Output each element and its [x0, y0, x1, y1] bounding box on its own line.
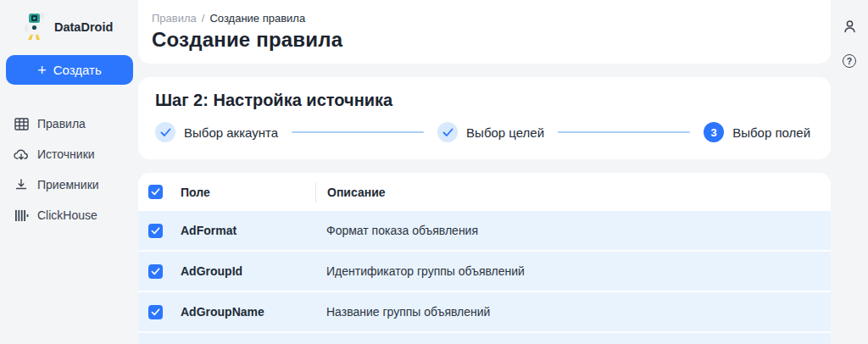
breadcrumb-current: Создание правила — [209, 12, 305, 25]
row-checkbox[interactable] — [148, 305, 163, 319]
app-name: DataDroid — [54, 20, 113, 34]
sidebar-item-label: ClickHouse — [37, 208, 97, 222]
step-connector — [558, 131, 690, 133]
select-all-checkbox[interactable] — [148, 185, 163, 199]
step-completed-check-icon — [155, 122, 175, 142]
sidebar-item-sources[interactable]: Источники — [0, 139, 136, 169]
page-header: Правила / Создание правила Создание прав… — [138, 0, 831, 64]
step-account[interactable]: Выбор аккаунта — [155, 122, 278, 142]
step-connector — [292, 131, 424, 133]
sidebar: DataDroid + Создать Правила — [0, 0, 136, 344]
table-row[interactable]: AdGroupName Название группы объявлений — [138, 292, 831, 333]
right-toolbar: ? — [831, 0, 868, 344]
step-label: Выбор аккаунта — [184, 125, 278, 140]
row-checkbox[interactable] — [148, 224, 163, 238]
field-name: AdFormat — [181, 224, 315, 237]
fields-table: Поле Описание AdFormat Формат показа объ… — [138, 173, 831, 344]
table-row-partial — [138, 333, 831, 344]
main-content: Правила / Создание правила Создание прав… — [138, 0, 831, 344]
step-label: Выбор целей — [466, 125, 544, 140]
step-completed-check-icon — [437, 122, 458, 142]
robot-logo-icon — [22, 10, 47, 43]
breadcrumb: Правила / Создание правила — [152, 12, 817, 25]
help-icon[interactable]: ? — [842, 53, 857, 69]
table-row[interactable]: AdGroupId Идентификатор группы объявлени… — [138, 252, 831, 292]
stepper: Выбор аккаунта Выбор целей 3 Выбор полей — [155, 122, 814, 142]
download-tray-icon — [14, 177, 29, 192]
sidebar-item-rules[interactable]: Правила — [0, 108, 136, 139]
sidebar-item-label: Источники — [37, 147, 95, 161]
column-header-description: Описание — [315, 182, 831, 203]
field-name: AdGroupId — [181, 264, 315, 278]
table-row[interactable]: AdFormat Формат показа объявления — [138, 211, 831, 252]
user-profile-icon[interactable] — [842, 19, 857, 34]
table-header-row: Поле Описание — [138, 173, 831, 211]
create-button-label: Создать — [53, 63, 102, 77]
step-fields[interactable]: 3 Выбор полей — [704, 122, 810, 142]
breadcrumb-separator: / — [202, 12, 205, 25]
sidebar-item-label: Правила — [37, 117, 86, 130]
row-checkbox[interactable] — [148, 264, 163, 279]
field-name: AdGroupName — [181, 305, 315, 319]
step-label: Выбор полей — [732, 125, 810, 140]
step-number-badge: 3 — [704, 122, 724, 142]
column-header-field: Поле — [181, 186, 315, 199]
create-button[interactable]: + Создать — [6, 55, 133, 85]
step-goals[interactable]: Выбор целей — [437, 122, 544, 142]
field-description: Формат показа объявления — [315, 224, 831, 237]
sidebar-item-receivers[interactable]: Приемники — [0, 169, 136, 200]
app-window: DataDroid + Создать Правила — [0, 0, 868, 344]
sidebar-nav: Правила Источники Приемн — [0, 108, 136, 230]
page-title: Создание правила — [152, 28, 817, 52]
cloud-download-icon — [14, 147, 29, 162]
clickhouse-bars-icon — [14, 208, 29, 223]
app-logo: DataDroid — [0, 7, 136, 52]
table-grid-icon — [14, 116, 29, 131]
field-description: Идентификатор группы объявлений — [315, 264, 831, 278]
field-description: Название группы объявлений — [315, 305, 831, 319]
wizard-card: Шаг 2: Настройка источника Выбор аккаунт… — [138, 77, 831, 159]
breadcrumb-parent-link[interactable]: Правила — [152, 12, 197, 25]
plus-icon: + — [37, 63, 47, 78]
sidebar-item-label: Приемники — [37, 178, 99, 191]
wizard-step-title: Шаг 2: Настройка источника — [155, 91, 814, 110]
sidebar-item-clickhouse[interactable]: ClickHouse — [0, 200, 136, 230]
